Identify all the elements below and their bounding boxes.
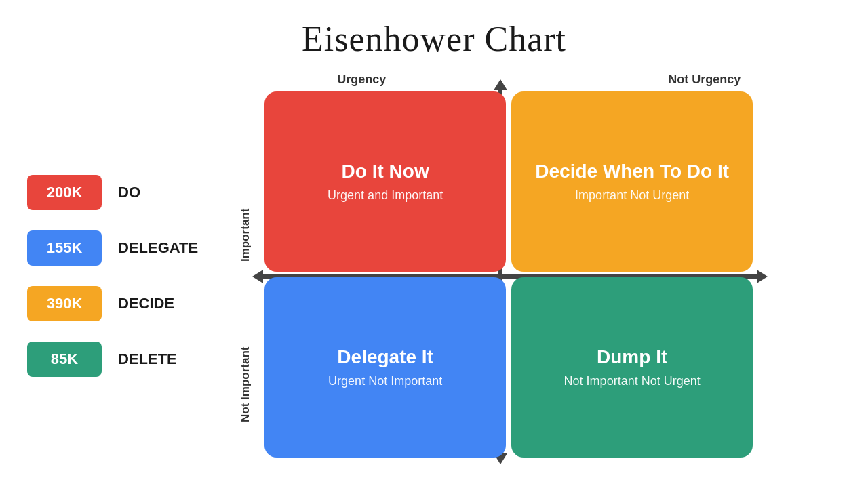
axis-label-not-important: Not Important: [239, 323, 252, 445]
quadrant-decide-when-subtitle: Important Not Urgent: [575, 188, 689, 203]
legend-item-delegate: 155K DELEGATE: [27, 230, 198, 266]
legend-item-delete: 85K DELETE: [27, 342, 198, 377]
quadrant-dump-it: Dump It Not Important Not Urgent: [511, 277, 753, 458]
legend-label-do: DO: [118, 184, 140, 201]
quadrant-dump-it-title: Dump It: [597, 346, 667, 369]
legend-label-delegate: DELEGATE: [118, 239, 198, 257]
quadrant-do-it-now-title: Do It Now: [342, 160, 429, 183]
chart-area: Urgency Not Urgency Important Not Import…: [239, 73, 768, 466]
legend-badge-decide: 390K: [27, 286, 102, 321]
legend-label-delete: DELETE: [118, 350, 177, 368]
legend-badge-delete: 85K: [27, 342, 102, 377]
quadrants-grid: Do It Now Urgent and Important Decide Wh…: [264, 92, 753, 458]
quadrant-delegate-it-subtitle: Urgent Not Important: [328, 373, 442, 389]
quadrant-delegate-it-title: Delegate It: [337, 346, 433, 369]
axis-label-urgency: Urgency: [337, 73, 386, 87]
legend-badge-do: 200K: [27, 175, 102, 210]
quadrant-decide-when: Decide When To Do It Important Not Urgen…: [511, 92, 753, 272]
quadrant-do-it-now-subtitle: Urgent and Important: [328, 188, 443, 203]
main-content: 200K DO 155K DELEGATE 390K DECIDE 85K DE…: [0, 73, 868, 466]
legend-label-decide: DECIDE: [118, 295, 174, 312]
legend: 200K DO 155K DELEGATE 390K DECIDE 85K DE…: [27, 161, 198, 377]
legend-item-decide: 390K DECIDE: [27, 286, 198, 321]
legend-item-do: 200K DO: [27, 175, 198, 210]
legend-badge-delegate: 155K: [27, 230, 102, 266]
page-title: Eisenhower Chart: [0, 0, 868, 73]
quadrant-delegate-it: Delegate It Urgent Not Important: [264, 277, 506, 458]
quadrant-dump-it-subtitle: Not Important Not Urgent: [564, 373, 701, 389]
axis-label-not-urgency: Not Urgency: [668, 73, 741, 87]
quadrant-decide-when-title: Decide When To Do It: [535, 160, 729, 183]
axis-label-important: Important: [239, 181, 252, 289]
quadrant-do-it-now: Do It Now Urgent and Important: [264, 92, 506, 272]
